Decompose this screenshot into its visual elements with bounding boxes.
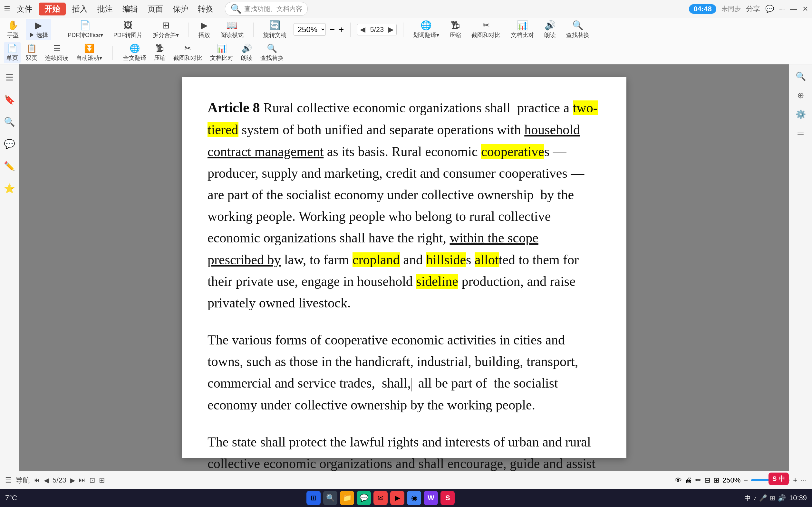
continuous-button[interactable]: ☰ 连续阅读 <box>43 42 71 63</box>
windows-button[interactable]: ⊞ <box>306 491 321 505</box>
zoom-percent-label: 250% <box>722 476 741 485</box>
split-button[interactable]: ⊟ <box>704 476 710 485</box>
single-page-button[interactable]: 📄 单页 <box>4 42 20 63</box>
highlight-sideline: sideline <box>416 274 458 289</box>
lang-icon[interactable]: 中 <box>744 494 751 503</box>
mail-button[interactable]: ✉ <box>373 491 388 505</box>
title-bar-right: 04:48 未同步 分享 💬 ··· — ✕ <box>689 4 808 14</box>
cut-compare2-button[interactable]: ✂ 截图和对比 <box>171 42 205 63</box>
right-search-icon[interactable]: 🔍 <box>794 69 808 83</box>
read-aloud-button[interactable]: 🔊 朗读 <box>541 19 559 40</box>
dual-page-button[interactable]: 📋 双页 <box>23 42 40 63</box>
compress2-button[interactable]: 🗜 压缩 <box>151 42 168 63</box>
next-page-btn[interactable]: ▶ <box>70 476 75 484</box>
start-button[interactable]: 开始 <box>39 3 66 15</box>
read-mode-button[interactable]: 📖 阅读模式 <box>217 19 247 40</box>
edit-mode-button[interactable]: ✏ <box>695 476 701 485</box>
volume-icon[interactable]: 🔊 <box>778 494 786 502</box>
sidebar-bookmark-icon[interactable]: ☰ <box>3 69 16 85</box>
doc-compare-button[interactable]: 📊 文档比对 <box>507 19 537 40</box>
search-placeholder[interactable]: 查找功能、文档内容 <box>244 4 302 13</box>
hand-tool-button[interactable]: ✋ 手型 <box>4 19 22 40</box>
search-button[interactable]: 🔍 <box>323 491 337 505</box>
right-sidebar: 🔍 ⊕ ⚙️ ═ <box>789 64 812 471</box>
sidebar-search-icon[interactable]: 🔖 <box>1 92 18 108</box>
page-navigation: ◀ 5/23 ▶ <box>357 24 397 36</box>
cut-compare-button[interactable]: ✂ 截图和对比 <box>468 19 504 40</box>
sidebar-star-icon[interactable]: ⭐ <box>1 181 18 196</box>
file-menu[interactable]: 文件 <box>13 3 36 15</box>
edit-menu[interactable]: 编辑 <box>119 3 141 15</box>
underline-within-scope: within the scope <box>450 230 539 245</box>
first-page-button[interactable]: ⏮ <box>34 476 40 484</box>
browser-button[interactable]: ◉ <box>407 491 421 505</box>
youtube-button[interactable]: ▶ <box>390 491 404 505</box>
right-zoom-icon[interactable]: ⊕ <box>795 89 806 102</box>
zoom-plus-button[interactable]: + <box>793 476 797 485</box>
play-button[interactable]: ▶ 播放 <box>195 19 213 40</box>
share-button[interactable]: 分享 <box>746 4 760 14</box>
select-tool-button[interactable]: ▶ ▶ 选择 <box>26 19 51 40</box>
sidebar-pen-icon[interactable]: ✏️ <box>1 158 18 174</box>
zoom-out-icon[interactable]: − <box>329 24 335 35</box>
title-bar-left: ☰ 文件 开始 插入 批注 编辑 页面 保护 转换 🔍 查找功能、文档内容 <box>4 2 308 16</box>
nav-icon[interactable]: ☰ <box>5 476 12 485</box>
music-icon[interactable]: ♪ <box>753 495 757 502</box>
clock-display: 10:39 <box>789 494 807 502</box>
insert-menu[interactable]: 插入 <box>69 3 91 15</box>
mic-icon[interactable]: 🎤 <box>759 494 767 502</box>
protect-menu[interactable]: 保护 <box>169 3 191 15</box>
highlight-cooperatives: cooperative <box>481 144 544 159</box>
close-button[interactable]: ✕ <box>802 5 808 13</box>
messaging-button[interactable]: 💬 <box>357 491 371 505</box>
sidebar-annotate-icon[interactable]: 💬 <box>1 136 18 152</box>
toolbar1: ✋ 手型 ▶ ▶ 选择 📄 PDF转Office▾ 🖼 PDF转图片 ⊞ 拆分合… <box>0 18 812 41</box>
auto-scroll-button[interactable]: ⏬ 自动滚动▾ <box>73 42 105 63</box>
wps-logo-badge[interactable]: S 中 <box>768 472 789 485</box>
toolbar-group-pdf: 📄 PDF转Office▾ 🖼 PDF转图片 ⊞ 拆分合并▾ <box>64 19 182 40</box>
fit-width-button[interactable]: ⊞ <box>99 476 105 485</box>
print-button[interactable]: 🖨 <box>685 476 692 485</box>
sidebar-comment-icon[interactable]: 🔍 <box>1 114 18 130</box>
prev-page-btn[interactable]: ◀ <box>44 476 49 484</box>
eye-view-button[interactable]: 👁 <box>675 476 682 485</box>
wps-taskbar-button[interactable]: S <box>441 491 455 505</box>
minimize-button[interactable]: — <box>790 5 797 13</box>
nav-label[interactable]: 导航 <box>15 475 30 485</box>
expand-button[interactable]: ⊞ <box>713 476 719 485</box>
prev-page-button[interactable]: ◀ <box>360 25 365 34</box>
pdf-to-office-button[interactable]: 📄 PDF转Office▾ <box>64 19 106 40</box>
fit-page-button[interactable]: ⊡ <box>89 476 95 485</box>
page-menu[interactable]: 页面 <box>144 3 166 15</box>
sync-button[interactable]: 未同步 <box>721 4 741 13</box>
translate-button[interactable]: 🌐 划词翻译▾ <box>410 19 443 40</box>
file-manager-button[interactable]: 📁 <box>340 491 354 505</box>
document-area[interactable]: Article 8 Rural collective economic orga… <box>19 64 789 471</box>
last-page-button[interactable]: ⏭ <box>79 476 85 484</box>
rotate-button[interactable]: 🔄 旋转文稿 <box>260 19 290 40</box>
zoom-minus-button[interactable]: − <box>744 476 748 485</box>
grid-icon[interactable]: ⊞ <box>770 494 775 502</box>
highlight-cropland: cropland <box>353 252 400 267</box>
next-page-button[interactable]: ▶ <box>388 25 394 34</box>
zoom-select[interactable]: 250% 100% 150% 200% <box>294 23 326 36</box>
convert-menu[interactable]: 转换 <box>195 3 216 15</box>
right-settings-icon[interactable]: ⚙️ <box>794 108 808 121</box>
find-replace-button[interactable]: 🔍 查找替换 <box>563 19 593 40</box>
find-replace2-button[interactable]: 🔍 查找替换 <box>258 42 286 63</box>
comment-icon[interactable]: 💬 <box>765 5 774 13</box>
split-merge-button[interactable]: ⊞ 拆分合并▾ <box>150 19 182 40</box>
read-aloud2-button[interactable]: 🔊 朗读 <box>239 42 255 63</box>
doc-compare2-button[interactable]: 📊 文档比对 <box>207 42 236 63</box>
comment-menu[interactable]: 批注 <box>94 3 116 15</box>
zoom-in-icon[interactable]: + <box>339 24 344 35</box>
underline-prescribed-by: prescribed by <box>207 252 281 267</box>
ellipsis-button[interactable]: ··· <box>800 476 807 485</box>
left-sidebar: ☰ 🔖 🔍 💬 ✏️ ⭐ <box>0 64 19 471</box>
dots-menu[interactable]: ··· <box>779 5 785 13</box>
pdf-to-image-button[interactable]: 🖼 PDF转图片 <box>110 19 146 40</box>
menu-icon[interactable]: ☰ <box>4 5 10 13</box>
full-translate-button[interactable]: 🌐 全文翻译 <box>120 42 149 63</box>
compress-button[interactable]: 🗜 压缩 <box>446 19 464 40</box>
wow-button[interactable]: W <box>424 491 438 505</box>
